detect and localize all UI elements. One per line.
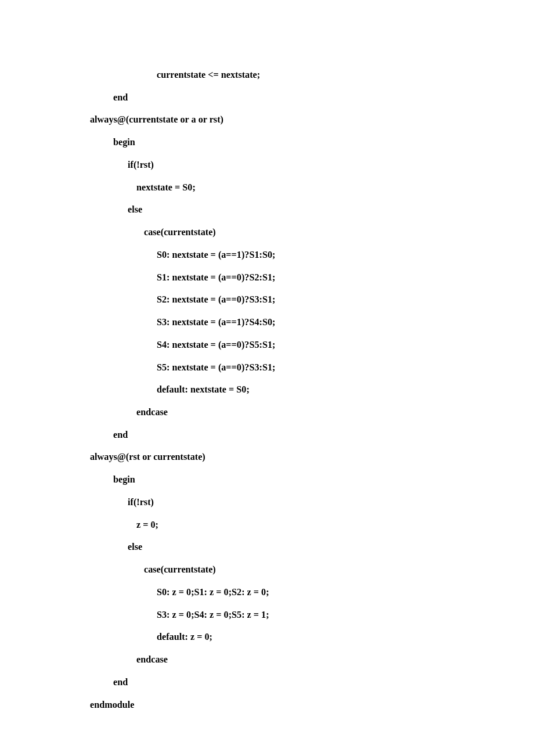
code-line: S3: nextstate = (a==1)?S4:S0; [0,317,534,328]
code-line: end [0,92,534,103]
code-line: default: z = 0; [0,632,534,643]
code-line: end [0,677,534,688]
code-line: S3: z = 0;S4: z = 0;S5: z = 1; [0,610,534,621]
code-line: endcase [0,407,534,418]
code-line: currentstate <= nextstate; [0,70,534,81]
code-line: always@(rst or currentstate) [0,452,534,463]
code-line: case(currentstate) [0,564,534,575]
code-line: endmodule [0,700,534,711]
code-line: always@(currentstate or a or rst) [0,114,534,125]
code-line: begin [0,137,534,148]
code-line: S1: nextstate = (a==0)?S2:S1; [0,272,534,283]
code-line: S0: z = 0;S1: z = 0;S2: z = 0; [0,587,534,598]
code-line: S0: nextstate = (a==1)?S1:S0; [0,250,534,261]
code-line: if(!rst) [0,160,534,171]
code-line: else [0,204,534,215]
code-line: S4: nextstate = (a==0)?S5:S1; [0,340,534,351]
code-line: S2: nextstate = (a==0)?S3:S1; [0,294,534,305]
code-line: z = 0; [0,520,534,531]
code-line: nextstate = S0; [0,182,534,193]
code-line: else [0,542,534,553]
code-line: S5: nextstate = (a==0)?S3:S1; [0,362,534,373]
code-line: endcase [0,654,534,665]
code-line: default: nextstate = S0; [0,384,534,395]
document-page: currentstate <= nextstate;endalways@(cur… [0,0,534,756]
code-line: end [0,430,534,441]
code-line: begin [0,474,534,485]
code-line: if(!rst) [0,497,534,508]
code-line: case(currentstate) [0,227,534,238]
